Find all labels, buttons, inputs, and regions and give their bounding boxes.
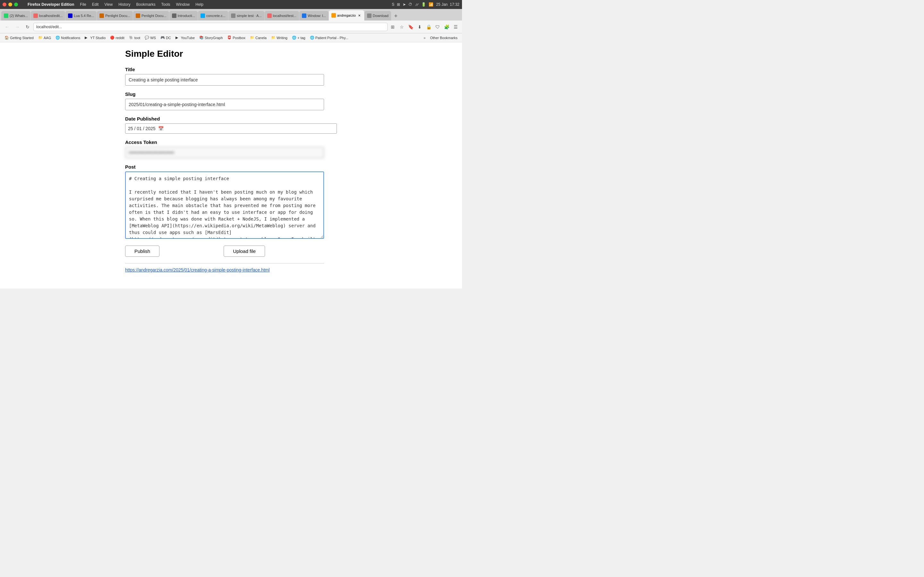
publish-button[interactable]: Publish (125, 245, 160, 257)
fullscreen-button[interactable] (14, 3, 18, 6)
star-icon[interactable]: ☆ (398, 23, 405, 31)
grid-icon[interactable]: ⊞ (389, 23, 397, 31)
bookmark-writing[interactable]: 📁 Writing (269, 35, 289, 41)
tab-label: localhost/edit... (39, 14, 63, 18)
bookmark-dc[interactable]: 🎮 DC (158, 35, 173, 41)
lock-icon[interactable]: 🔒 (425, 23, 433, 31)
shield-icon[interactable]: 🛡 (434, 23, 441, 31)
tab-intro[interactable]: Introducti... (170, 11, 198, 21)
tab-label: concrete.c... (206, 14, 226, 18)
tab-localhost-test[interactable]: localhost/test... (265, 11, 299, 21)
menu-icon[interactable]: ☰ (452, 23, 459, 31)
pocket-icon[interactable]: ⬇ (416, 23, 423, 31)
bookmark-notifications[interactable]: 🌐 Notifications (53, 35, 82, 41)
tab-label: (2) Whats... (10, 14, 28, 18)
tab-andregarzio[interactable]: andregarzio ✕ (329, 10, 364, 21)
bookmark-other[interactable]: Other Bookmarks (428, 35, 459, 40)
page-inner: Simple Editor Title Slug Date Published … (119, 49, 343, 272)
tab-favicon (200, 13, 205, 18)
extension-icon[interactable]: 🧩 (443, 23, 451, 31)
minimize-button[interactable] (8, 3, 12, 6)
new-tab-button[interactable]: + (391, 11, 401, 21)
tab-favicon (33, 13, 38, 18)
tab-label: Penlight Docu... (142, 14, 166, 18)
bookmark-tag[interactable]: 🌐 + tag (290, 35, 307, 41)
bookmark-canela[interactable]: 📁 Canela (248, 35, 268, 41)
reload-button[interactable]: ↻ (23, 23, 32, 31)
navigation-toolbar: ← → ↻ localhost/edit... ⊞ ☆ 🔖 ⬇ 🔒 🛡 🧩 ☰ (0, 21, 462, 33)
menu-window[interactable]: Window (174, 2, 192, 7)
menu-help[interactable]: Help (193, 2, 206, 7)
tab-close-button[interactable]: ✕ (357, 13, 362, 18)
bookmark-toot[interactable]: 🐘 toot (127, 35, 142, 41)
tab-simple-test[interactable]: simple test · A... (228, 11, 264, 21)
bookmark-patient-portal[interactable]: 🌐 Patient Portal - Phy... (308, 35, 351, 41)
bookmark-label: reddit (115, 36, 124, 40)
menu-edit[interactable]: Edit (89, 2, 102, 7)
bookmark-ws[interactable]: 💬 WS (143, 35, 158, 41)
tab-penlight1[interactable]: Penlight Docu... (97, 11, 133, 21)
slug-input[interactable] (125, 99, 324, 110)
tab-favicon (172, 13, 176, 18)
access-token-input[interactable] (125, 147, 324, 158)
title-section: Title (125, 67, 337, 85)
bookmark-favicon: 🐘 (129, 35, 134, 40)
bookmark-storygraph[interactable]: 📚 StoryGraph (197, 35, 225, 41)
bookmark-aag[interactable]: 📁 AAG (36, 35, 53, 41)
bookmark-favicon: 🔴 (110, 35, 115, 40)
title-input[interactable] (125, 74, 324, 85)
post-textarea[interactable]: # Creating a simple posting interface I … (125, 171, 324, 239)
tab-favicon (267, 13, 272, 18)
bookmark-getting-started[interactable]: 🏠 Getting Started (3, 35, 36, 41)
titlebar-right: S ⊞ ➤ ⏱ ⌭ 🔋 📶 25 Jan 17:32 (392, 2, 459, 7)
bookmark-favicon: 🌐 (292, 35, 296, 40)
bookmark-label: Getting Started (10, 36, 34, 40)
bookmark-favicon: 📁 (271, 35, 276, 40)
page-title: Simple Editor (125, 49, 337, 59)
page-content: Simple Editor Title Slug Date Published … (0, 42, 462, 288)
menu-view[interactable]: View (102, 2, 115, 7)
bookmark-label: YT Studio (90, 36, 105, 40)
tab-download[interactable]: Download (365, 11, 391, 21)
bookmark-icon[interactable]: 🔖 (407, 23, 415, 31)
tab-favicon (302, 13, 306, 18)
bookmark-label: Canela (255, 36, 267, 40)
bookmark-label: Other Bookmarks (430, 36, 457, 40)
menu-history[interactable]: History (116, 2, 133, 7)
tab-window-m[interactable]: Window: l... (299, 11, 328, 21)
access-token-section: Access Token (125, 139, 337, 158)
bookmark-reddit[interactable]: 🔴 reddit (108, 35, 126, 41)
wifi-icon: 📶 (429, 2, 433, 7)
bookmark-yt-studio[interactable]: ▶ YT Studio (83, 35, 107, 41)
bookmark-favicon: 📁 (38, 35, 43, 40)
menu-file[interactable]: File (78, 2, 89, 7)
tab-whats[interactable]: (2) Whats... (1, 11, 31, 21)
close-button[interactable] (3, 3, 6, 6)
tab-localhost-edit[interactable]: localhost/edit... (31, 11, 65, 21)
tab-label: Window: l... (308, 14, 326, 18)
tab-concrete[interactable]: concrete.c... (198, 11, 228, 21)
date-label: Date Published (125, 116, 337, 121)
menu-bookmarks[interactable]: Bookmarks (134, 2, 158, 7)
tab-label: andregarzio (337, 13, 356, 17)
date-input[interactable]: 25 / 01 / 2025 📅 (125, 123, 337, 134)
address-bar[interactable]: localhost/edit... (33, 23, 388, 31)
menu-tools[interactable]: Tools (159, 2, 173, 7)
upload-file-button[interactable]: Upload file (224, 245, 265, 257)
bookmark-label: AAG (44, 36, 51, 40)
bookmark-youtube[interactable]: ▶ YouTube (174, 35, 197, 41)
bookmark-label: DC (166, 36, 171, 40)
tab-favicon (331, 13, 336, 18)
back-button[interactable]: ← (3, 23, 11, 31)
tab-penlight2[interactable]: Penlight Docu... (133, 11, 169, 21)
tab-label: simple test · A... (237, 14, 262, 18)
tab-lua[interactable]: Lua 5.4 Re... (65, 11, 97, 21)
bookmark-label: StoryGraph (205, 36, 223, 40)
datetime: 25 Jan 17:32 (436, 2, 459, 7)
post-link[interactable]: https://andregarzia.com/2025/01/creating… (125, 268, 270, 272)
bookmark-postbox[interactable]: 📮 Postbox (225, 35, 247, 41)
bookmarks-overflow[interactable]: » (422, 35, 427, 40)
bookmark-label: toot (134, 36, 140, 40)
location-icon: ➤ (403, 2, 406, 7)
forward-button[interactable]: → (13, 23, 22, 31)
